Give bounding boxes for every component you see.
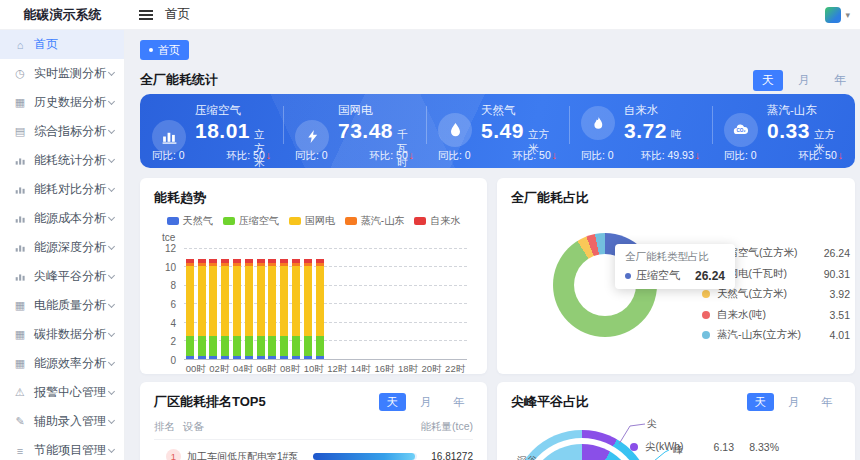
share-legend-item-天然气(立方米)[interactable]: 天然气(立方米)3.923.06% — [702, 287, 855, 301]
sidebar-item-实时监测分析[interactable]: ◷实时监测分析 — [0, 59, 124, 88]
sidebar-item-能耗对比分析[interactable]: 能耗对比分析 — [0, 175, 124, 204]
sidebar-item-节能项目管理[interactable]: ≡节能项目管理 — [0, 436, 124, 460]
arrow-down-icon: ↓ — [266, 149, 271, 161]
period-month-button[interactable]: 月 — [780, 393, 808, 411]
sidebar-item-碳排数据分析[interactable]: ▦碳排数据分析 — [0, 320, 124, 349]
sidebar-item-能源深度分析[interactable]: 能源深度分析 — [0, 233, 124, 262]
bar-segment-压缩空气 — [233, 336, 241, 357]
stacked-bar[interactable] — [245, 259, 253, 359]
legend-item-天然气[interactable]: 天然气 — [167, 214, 213, 228]
period-month-button[interactable]: 月 — [789, 70, 819, 91]
legend-swatch — [167, 217, 179, 225]
stacked-bar[interactable] — [304, 259, 312, 359]
top-header: 能碳演示系统 首页 ▾ — [0, 0, 860, 30]
bar-segment-压缩空气 — [304, 336, 312, 357]
share-legend-item-蒸汽-山东(立方米)[interactable]: 蒸汽-山东(立方米)4.013.13% — [702, 328, 855, 342]
stacked-bar[interactable] — [280, 259, 288, 359]
stacked-bar[interactable] — [257, 259, 265, 359]
stacked-bar[interactable] — [316, 259, 324, 359]
energy-stats-panel: 压缩空气18.01立方米同比: 0环比: 50↓国网电73.48千瓦时同比: 0… — [140, 94, 855, 168]
chevron-down-icon — [108, 445, 115, 452]
page-tag-home[interactable]: 首页 — [140, 40, 189, 60]
trend-chart-title: 能耗趋势 — [154, 189, 473, 207]
top5-title: 厂区能耗排名TOP5 — [154, 393, 266, 411]
stacked-bar[interactable] — [221, 259, 229, 359]
co2-cloud-icon: CO₂ — [724, 113, 758, 147]
sidebar-item-能源效率分析[interactable]: ▦能源效率分析 — [0, 349, 124, 378]
arrow-down-icon: ↓ — [695, 149, 700, 161]
period-day-button[interactable]: 天 — [753, 70, 783, 91]
stat-mom: 环比: 50↓ — [369, 149, 414, 163]
sidebar-item-历史数据分析[interactable]: ▦历史数据分析 — [0, 88, 124, 117]
pv-legend-item-尖(kWh)[interactable]: 尖(kWh)6.138.33% — [630, 440, 779, 454]
flame-icon — [581, 106, 615, 140]
share-legend-item-自来水(吨)[interactable]: 自来水(吨)3.512.74% — [702, 308, 855, 322]
bar-segment-压缩空气 — [186, 336, 194, 357]
legend-value: 3.51 — [820, 309, 850, 321]
edit-icon: ✎ — [13, 415, 27, 428]
stacked-bar[interactable] — [209, 259, 217, 359]
stacked-bar[interactable] — [292, 259, 300, 359]
x-tick: 16时 — [373, 363, 397, 374]
user-menu[interactable]: ▾ — [825, 7, 850, 23]
bar-segment-压缩空气 — [221, 336, 229, 357]
sidebar-item-报警中心管理[interactable]: ⚠报警中心管理 — [0, 378, 124, 407]
bar-segment-压缩空气 — [257, 336, 265, 357]
bar-segment-国网电 — [233, 266, 241, 336]
legend-item-压缩空气[interactable]: 压缩空气 — [223, 214, 279, 228]
legend-item-蒸汽-山东[interactable]: 蒸汽-山东 — [345, 214, 404, 228]
bar-segment-天然气 — [268, 356, 276, 359]
sidebar-item-首页[interactable]: ⌂首页 — [0, 30, 124, 59]
legend-swatch — [345, 217, 357, 225]
period-day-button[interactable]: 天 — [747, 393, 775, 411]
chart-icon — [13, 242, 27, 253]
bar-segment-国网电 — [304, 266, 312, 336]
legend-item-国网电[interactable]: 国网电 — [289, 214, 335, 228]
sidebar-item-电能质量分析[interactable]: ▦电能质量分析 — [0, 291, 124, 320]
rank-badge: 1 — [166, 449, 181, 460]
sidebar-item-能源成本分析[interactable]: 能源成本分析 — [0, 204, 124, 233]
sidebar-item-label: 碳排数据分析 — [34, 326, 109, 343]
sidebar-item-尖峰平谷分析[interactable]: 尖峰平谷分析 — [0, 262, 124, 291]
stat-yoy: 同比: 0 — [724, 149, 757, 163]
period-switcher-top5: 天月年 — [379, 393, 474, 411]
sidebar-item-辅助录入管理[interactable]: ✎辅助录入管理 — [0, 407, 124, 436]
card-top5-rank: 厂区能耗排名TOP5 天月年 排名 设备 能耗量(tce) 1加工车间低压配电室… — [140, 382, 487, 460]
stacked-bar[interactable] — [233, 259, 241, 359]
stacked-bar[interactable] — [198, 259, 206, 359]
sidebar-item-能耗统计分析[interactable]: 能耗统计分析 — [0, 146, 124, 175]
stat-mom: 环比: 49.93↓ — [641, 149, 700, 163]
legend-value: 26.24 — [820, 247, 850, 259]
sidebar-item-综合指标分析[interactable]: ▤综合指标分析 — [0, 117, 124, 146]
legend-value: 4.01 — [820, 329, 850, 341]
period-year-button[interactable]: 年 — [825, 70, 855, 91]
chevron-down-icon — [108, 155, 115, 162]
legend-value: 6.13 — [704, 441, 734, 453]
sidebar-item-label: 能源效率分析 — [34, 355, 109, 372]
bar-slot — [314, 248, 326, 359]
bar-slot — [243, 248, 255, 359]
y-tick: 10 — [165, 262, 176, 273]
rank-bar-fill[interactable] — [313, 453, 415, 460]
period-month-button[interactable]: 月 — [412, 393, 440, 411]
menu-fold-icon[interactable] — [139, 0, 153, 29]
peak-valley-title: 尖峰平谷占比 — [511, 393, 589, 411]
breadcrumb[interactable]: 首页 — [165, 6, 190, 23]
bar-slot — [337, 248, 349, 359]
stacked-bar[interactable] — [186, 259, 194, 359]
legend-name: 蒸汽-山东(立方米) — [717, 328, 813, 342]
bar-segment-天然气 — [198, 356, 206, 359]
stat-mom: 环比: 50↓ — [226, 149, 271, 163]
bar-slot — [278, 248, 290, 359]
stat-value: 0.33 — [767, 119, 810, 143]
period-day-button[interactable]: 天 — [379, 393, 407, 411]
legend-label: 自来水 — [430, 214, 460, 228]
trend-plot[interactable]: tce 121086420 00时02时04时06时08时10时12时14时16… — [184, 248, 467, 374]
legend-item-自来水[interactable]: 自来水 — [414, 214, 460, 228]
stacked-bar[interactable] — [268, 259, 276, 359]
period-year-button[interactable]: 年 — [446, 393, 474, 411]
period-year-button[interactable]: 年 — [814, 393, 842, 411]
bar-segment-国网电 — [257, 266, 265, 336]
chevron-down-icon — [108, 126, 115, 133]
tag-dot-icon — [149, 48, 153, 52]
